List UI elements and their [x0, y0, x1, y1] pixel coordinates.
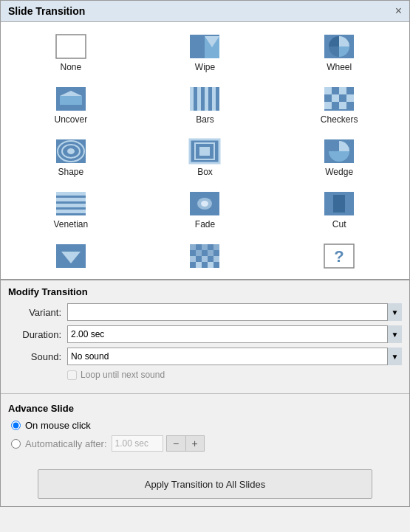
transition-wheel[interactable]: Wheel: [272, 28, 406, 77]
apply-button[interactable]: Apply Transition to All Slides: [38, 469, 372, 499]
variant-select[interactable]: [67, 303, 402, 321]
decrement-button[interactable]: −: [166, 435, 185, 452]
svg-rect-47: [190, 256, 196, 262]
venetian-label: Venetian: [53, 219, 88, 229]
transition-checkers[interactable]: Checkers: [272, 80, 406, 130]
bars-icon: [188, 86, 222, 112]
svg-rect-0: [56, 35, 86, 58]
duration-row: Duration: 2.00 sec 1.00 sec 3.00 sec ▼: [8, 325, 402, 343]
loop-label: Loop until next sound: [81, 370, 165, 380]
variant-row: Variant: ▼: [8, 303, 402, 321]
transitions-grid: None Wipe: [1, 22, 409, 280]
sound-select-wrapper: No sound Applause Wind ▼: [67, 348, 402, 365]
mouse-click-radio[interactable]: [11, 421, 21, 430]
svg-text:?: ?: [334, 247, 344, 266]
cut-label: Cut: [332, 219, 346, 229]
transition-misc1[interactable]: [4, 238, 138, 277]
apply-section: Apply Transition to All Slides: [1, 462, 409, 506]
bars-label: Bars: [196, 114, 214, 125]
svg-rect-42: [190, 244, 196, 250]
auto-time-input[interactable]: [112, 435, 163, 452]
duration-label: Duration:: [8, 329, 61, 340]
transition-fade[interactable]: Fade: [138, 185, 273, 235]
box-icon: [188, 138, 222, 165]
sound-label: Sound:: [8, 351, 61, 362]
svg-rect-46: [208, 250, 213, 256]
svg-rect-19: [339, 102, 346, 109]
panel-header: Slide Transition ×: [1, 1, 409, 22]
transition-wedge[interactable]: Wedge: [272, 133, 406, 182]
close-button[interactable]: ×: [395, 5, 402, 17]
checkers-label: Checkers: [321, 114, 358, 125]
svg-rect-44: [213, 244, 219, 250]
slide-transition-panel: Slide Transition × None Wipe: [0, 0, 410, 507]
svg-rect-10: [197, 87, 201, 111]
svg-rect-49: [213, 256, 219, 262]
svg-rect-50: [196, 262, 202, 268]
svg-rect-15: [339, 87, 346, 94]
none-icon: [54, 33, 88, 60]
svg-rect-16: [332, 94, 339, 102]
auto-after-radio[interactable]: [11, 439, 21, 449]
svg-point-36: [201, 201, 208, 207]
transition-bars[interactable]: Bars: [138, 80, 273, 130]
advance-slide-section: Advance Slide On mouse click Automatical…: [1, 397, 409, 462]
svg-rect-43: [202, 244, 208, 250]
auto-after-label: Automatically after:: [25, 438, 107, 449]
loop-checkbox[interactable]: [67, 370, 77, 380]
mouse-click-label: On mouse click: [25, 420, 91, 431]
svg-rect-12: [212, 87, 216, 111]
fade-label: Fade: [195, 219, 215, 229]
svg-rect-30: [56, 192, 86, 196]
svg-rect-38: [333, 195, 345, 213]
shape-label: Shape: [58, 167, 83, 177]
misc3-icon: ?: [322, 243, 356, 269]
svg-rect-17: [346, 94, 354, 102]
svg-rect-45: [196, 250, 202, 256]
none-label: None: [60, 62, 81, 72]
duration-select[interactable]: 2.00 sec 1.00 sec 3.00 sec: [67, 325, 402, 343]
svg-rect-48: [202, 256, 208, 262]
transition-box[interactable]: Box: [138, 133, 273, 182]
svg-rect-51: [208, 262, 213, 268]
svg-rect-11: [205, 87, 208, 111]
cut-icon: [322, 190, 356, 217]
venetian-icon: [54, 190, 88, 217]
advance-title: Advance Slide: [8, 403, 402, 414]
stepper: − +: [166, 435, 205, 452]
transition-shape[interactable]: Shape: [4, 133, 138, 182]
wheel-label: Wheel: [327, 62, 352, 72]
svg-rect-27: [199, 147, 210, 156]
uncover-label: Uncover: [54, 114, 87, 125]
checkers-icon: [322, 86, 356, 112]
transition-wipe[interactable]: Wipe: [138, 28, 273, 77]
transition-none[interactable]: None: [4, 28, 138, 77]
panel-title: Slide Transition: [8, 5, 85, 17]
increment-button[interactable]: +: [185, 435, 205, 452]
transition-misc2[interactable]: [138, 238, 273, 277]
svg-rect-31: [56, 198, 86, 201]
transition-misc3[interactable]: ?: [272, 238, 406, 277]
svg-rect-32: [56, 204, 86, 207]
auto-advance-row: Automatically after: − +: [11, 435, 402, 452]
wipe-icon: [188, 33, 222, 60]
wedge-label: Wedge: [325, 167, 353, 177]
transition-venetian[interactable]: Venetian: [4, 185, 138, 235]
svg-rect-6: [60, 96, 82, 105]
sound-row: Sound: No sound Applause Wind ▼: [8, 348, 402, 365]
variant-label: Variant:: [8, 307, 61, 318]
wedge-icon: [322, 138, 356, 165]
misc2-icon: [188, 243, 222, 269]
transition-uncover[interactable]: Uncover: [4, 80, 138, 130]
modify-title: Modify Transition: [8, 286, 402, 297]
section-divider: [1, 393, 409, 394]
svg-rect-18: [324, 102, 332, 109]
wipe-label: Wipe: [195, 62, 215, 72]
modify-transition-section: Modify Transition Variant: ▼ Duration: 2…: [1, 280, 409, 390]
fade-icon: [188, 190, 222, 217]
wheel-icon: [322, 33, 356, 60]
box-label: Box: [197, 167, 213, 177]
sound-select[interactable]: No sound Applause Wind: [67, 348, 402, 365]
loop-row: Loop until next sound: [67, 370, 402, 380]
transition-cut[interactable]: Cut: [272, 185, 406, 235]
